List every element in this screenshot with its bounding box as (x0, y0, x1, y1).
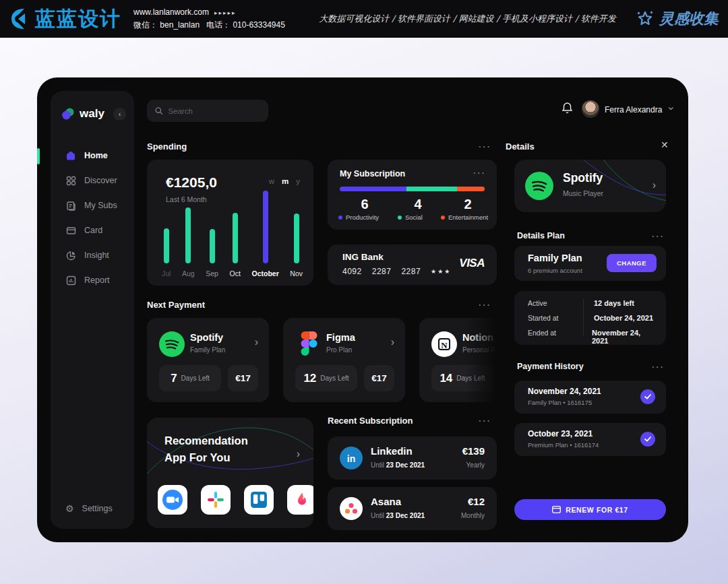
sidebar: waly ‹ Home Discover (51, 91, 134, 529)
card-number-group: 2287 (401, 267, 421, 276)
recent-subscription-more-icon[interactable]: ··· (479, 416, 491, 426)
app-plan: Pro Plan (326, 346, 352, 354)
plan-card: Family Plan 6 premium account CHANGE (514, 246, 666, 281)
active-indicator (37, 148, 40, 164)
sidebar-item-label: Card (84, 226, 102, 235)
sidebar-item-home[interactable]: Home (51, 149, 134, 162)
spending-more-icon[interactable]: ··· (479, 141, 491, 152)
details-app-card[interactable]: Spotify Music Player › (514, 160, 666, 212)
bar-column[interactable]: Oct (230, 213, 241, 278)
sidebar-item-label: Insight (84, 251, 109, 260)
my-subscription-more-icon[interactable]: ··· (473, 168, 486, 178)
payment-history-row[interactable]: October 23, 2021 Premium Plan • 1616174 (514, 423, 666, 456)
subscription-until: Until 23 Dec 2021 (371, 461, 425, 469)
status-label: Active (528, 299, 583, 307)
change-plan-button[interactable]: CHANGE (607, 254, 657, 272)
bar (210, 229, 215, 263)
bar-label: October (251, 269, 278, 278)
top-banner: 蓝蓝设计 www.lanlanwork.com▸▸▸▸▸ 微信： ben_lan… (0, 0, 728, 38)
brand-name: waly (80, 107, 104, 121)
bar-column[interactable]: Jul (162, 228, 171, 278)
days-left-label: Days Left (181, 375, 210, 382)
subscription-row-asana[interactable]: Asana Until 23 Dec 2021 €12 Monthly (328, 487, 497, 530)
chevron-right-icon[interactable]: › (255, 337, 258, 348)
spending-card: €1205,0 Last 6 Month wmy JulAugSepOctOct… (147, 160, 313, 286)
chevron-right-icon[interactable]: › (391, 337, 394, 348)
notification-bell-icon[interactable] (562, 102, 573, 117)
days-left-chip: 14 Days Left (431, 365, 493, 391)
bar-label: Sep (206, 269, 218, 278)
search-input[interactable] (168, 107, 260, 115)
visa-logo: VISA (459, 257, 485, 270)
chevron-right-icon[interactable]: › (653, 180, 656, 191)
chevron-down-icon[interactable]: › (666, 106, 677, 110)
renew-button-label: RENEW FOR €17 (566, 506, 628, 514)
bar (294, 214, 299, 263)
avatar[interactable] (582, 100, 599, 118)
sidebar-item-my-subs[interactable]: My Subs (51, 199, 134, 212)
period-option-y[interactable]: y (296, 177, 300, 185)
check-icon (640, 389, 655, 404)
sidebar-item-card[interactable]: Card (51, 224, 134, 237)
check-icon (640, 432, 655, 447)
details-app-type: Music Player (563, 189, 603, 197)
pie-chart-icon (65, 250, 76, 261)
next-payment-more-icon[interactable]: ··· (479, 300, 491, 310)
subscription-stat: 4 Social (398, 197, 438, 221)
payment-history-row[interactable]: November 24, 2021 Family Plan • 1616175 (514, 381, 666, 414)
stat-count: 6 (338, 197, 391, 212)
bar-column[interactable]: Aug (182, 207, 195, 278)
details-plan-title: Details Plan (517, 231, 565, 240)
banner-website[interactable]: www.lanlanwork.com (133, 7, 209, 17)
tinder-app-icon[interactable] (287, 485, 313, 515)
trello-app-icon[interactable] (244, 485, 274, 515)
svg-text:in: in (347, 453, 355, 464)
status-label: Ended at (528, 329, 581, 345)
bar-column[interactable]: Nov (290, 214, 303, 278)
next-payment-card-notion[interactable]: N Notion Personal Pro 14 Days Left (419, 318, 502, 402)
plan-status-card: Active 12 days left Started at October 2… (514, 291, 666, 345)
star-icon (636, 10, 654, 28)
payment-history-more-icon[interactable]: ··· (652, 362, 665, 372)
bar-segment (406, 187, 457, 191)
sidebar-collapse-button[interactable]: ‹ (113, 108, 126, 121)
subscription-row-linkedin[interactable]: in Linkedin Until 23 Dec 2021 €139 Yearl… (328, 436, 497, 480)
stat-label: Entertainment (448, 214, 488, 221)
period-toggle: wmy (269, 177, 300, 185)
bank-card[interactable]: ING Bank 4092 2287 2287 ★★★ VISA (328, 245, 497, 285)
next-payment-card-figma[interactable]: Figma Pro Plan › 12 Days Left €17 (283, 318, 405, 402)
waly-logo-icon (61, 107, 75, 121)
subscription-until: Until 23 Dec 2021 (371, 512, 425, 519)
renew-button[interactable]: RENEW FOR €17 (514, 499, 666, 520)
slack-app-icon[interactable] (201, 485, 231, 515)
status-value: 12 days left (583, 299, 634, 307)
inspiration-logo[interactable]: 灵感收集 (636, 9, 719, 29)
zoom-app-icon[interactable] (158, 485, 187, 515)
until-prefix: Until (371, 512, 384, 519)
bar-column[interactable]: Sep (206, 229, 218, 278)
lanlan-logo[interactable]: 蓝蓝设计 (7, 5, 121, 33)
stat-label: Social (405, 214, 423, 221)
bar-segment (457, 187, 485, 191)
chevron-right-icon[interactable]: › (297, 449, 300, 459)
bar (185, 207, 191, 263)
next-payment-card-spotify[interactable]: Spotify Family Plan › 7 Days Left €17 (147, 318, 269, 402)
bar-label: Jul (162, 269, 171, 278)
bar-column[interactable]: October (251, 191, 278, 278)
details-plan-more-icon[interactable]: ··· (652, 231, 665, 241)
gear-icon: ⚙ (65, 503, 74, 514)
spotify-icon (525, 172, 553, 203)
days-left-chip: 7 Days Left (159, 365, 221, 391)
period-option-w[interactable]: w (269, 177, 274, 185)
user-name[interactable]: Ferra Alexandra (605, 105, 662, 115)
spending-amount: €1205,0 (166, 174, 217, 191)
close-icon[interactable]: ✕ (661, 139, 669, 150)
subscription-stat: 2 Entertainment (441, 197, 495, 221)
subscription-bar (340, 187, 485, 191)
recommendation-card[interactable]: Recomendation App For You › (147, 418, 313, 528)
sidebar-item-discover[interactable]: Discover (51, 174, 134, 187)
period-option-m[interactable]: m (282, 177, 289, 185)
sidebar-item-insight[interactable]: Insight (51, 249, 134, 262)
sidebar-item-report[interactable]: Report (51, 273, 134, 287)
sidebar-item-settings[interactable]: ⚙ Settings (65, 503, 113, 514)
